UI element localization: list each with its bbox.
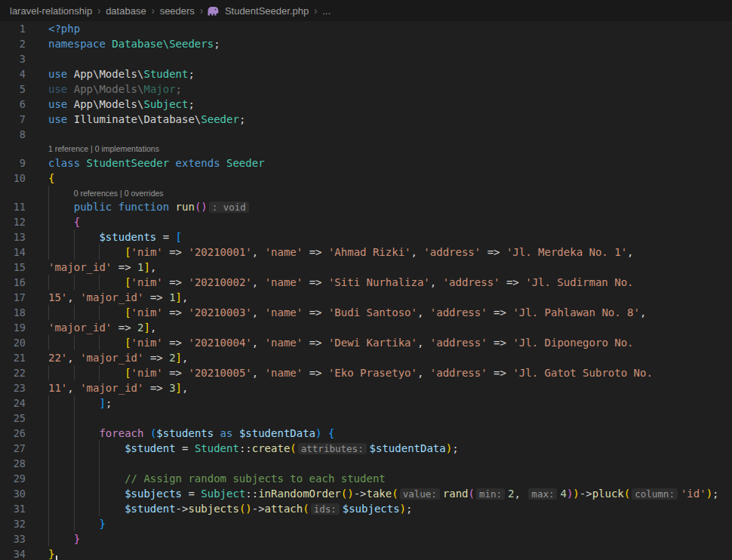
code-line-content[interactable] bbox=[48, 456, 732, 471]
code-editor[interactable]: 1<?php2namespace Database\Seeders;34use … bbox=[0, 21, 732, 560]
code-line-content[interactable]: class StudentSeeder extends Seeder bbox=[48, 155, 732, 171]
codelens-text[interactable]: 0 references | 0 overrides bbox=[48, 186, 732, 199]
line-number[interactable]: 28 bbox=[0, 456, 26, 471]
code-line-content[interactable]: // Assign random subjects to each studen… bbox=[48, 471, 732, 486]
line-number[interactable]: 15 bbox=[0, 260, 26, 275]
code-line-content[interactable]: } bbox=[48, 531, 732, 546]
code-line-content[interactable]: ['nim' => '20210003', 'name' => 'Budi Sa… bbox=[48, 305, 732, 320]
line-number[interactable]: 14 bbox=[0, 245, 26, 260]
line-number[interactable]: 10 bbox=[0, 171, 26, 186]
line-number[interactable]: 16 bbox=[0, 275, 26, 290]
line-number[interactable]: 3 bbox=[0, 51, 26, 66]
indent-guide bbox=[74, 365, 75, 380]
code-tokens: use App\Models\Student; bbox=[48, 68, 195, 80]
code-line: 4use App\Models\Student; bbox=[0, 66, 732, 82]
line-number[interactable]: 8 bbox=[0, 127, 26, 142]
code-line-content[interactable]: use App\Models\Major; bbox=[48, 82, 732, 97]
code-line-content[interactable] bbox=[48, 127, 732, 142]
token-pun: , bbox=[182, 291, 188, 303]
token-str: 'Ahmad Rizki' bbox=[328, 246, 411, 258]
breadcrumb-label: ... bbox=[321, 5, 332, 17]
code-line-content[interactable]: ['nim' => '20210002', 'name' => 'Siti Nu… bbox=[48, 275, 732, 290]
line-number[interactable]: 4 bbox=[0, 66, 26, 82]
line-number[interactable]: 21 bbox=[0, 350, 26, 365]
code-line-content[interactable]: 'major_id' => 2], bbox=[48, 320, 732, 335]
line-number[interactable]: 12 bbox=[0, 214, 26, 229]
token-str: 'nim' bbox=[131, 337, 163, 349]
codelens-link[interactable]: 1 reference | 0 implementations bbox=[48, 144, 159, 153]
code-line-content[interactable]: $student->subjects()->attach(ids:$subjec… bbox=[48, 501, 732, 516]
code-line-content[interactable]: 15', 'major_id' => 1], bbox=[48, 290, 732, 305]
line-number[interactable]: 7 bbox=[0, 112, 26, 127]
line-number[interactable]: 30 bbox=[0, 486, 26, 501]
token-str: 'name' bbox=[265, 337, 303, 349]
codelens-text[interactable]: 1 reference | 0 implementations bbox=[48, 142, 732, 155]
code-line-content[interactable]: ['nim' => '20210005', 'name' => 'Eko Pra… bbox=[48, 365, 732, 380]
token-var: $student bbox=[125, 503, 175, 515]
code-line-content[interactable]: $students = [ bbox=[48, 229, 732, 245]
line-number[interactable]: 29 bbox=[0, 471, 26, 486]
code-line-content[interactable]: ['nim' => '20210004', 'name' => 'Dewi Ka… bbox=[48, 335, 732, 350]
token-pun: , bbox=[417, 337, 430, 349]
token-b1: ] bbox=[143, 322, 149, 334]
code-line-content[interactable]: $student = Student::create(attributes:$s… bbox=[48, 441, 732, 456]
code-line-content[interactable]: use App\Models\Student; bbox=[48, 66, 732, 82]
token-str: 'address' bbox=[430, 367, 487, 379]
line-number[interactable]: 31 bbox=[0, 501, 26, 516]
code-line-content[interactable]: namespace Database\Seeders; bbox=[48, 36, 732, 51]
breadcrumb-item--[interactable]: ... bbox=[321, 5, 332, 17]
token-b1: ( bbox=[303, 503, 309, 515]
code-line-content[interactable]: <?php bbox=[48, 21, 732, 36]
token-pun: ; bbox=[214, 38, 220, 50]
code-line-content[interactable]: use App\Models\Subject; bbox=[48, 97, 732, 112]
line-number[interactable]: 24 bbox=[0, 395, 26, 411]
token-fn: inRandomOrder bbox=[258, 488, 341, 500]
code-line-content[interactable]: use Illuminate\Database\Seeder; bbox=[48, 112, 732, 127]
token-pun: , bbox=[430, 276, 443, 288]
line-number[interactable]: 32 bbox=[0, 516, 26, 531]
code-line: 2311', 'major_id' => 3], bbox=[0, 380, 732, 395]
code-line-content[interactable]: ]; bbox=[48, 395, 732, 411]
code-tokens: } bbox=[48, 518, 106, 530]
code-line-content[interactable]: 22', 'major_id' => 2], bbox=[48, 350, 732, 365]
line-number[interactable]: 25 bbox=[0, 411, 26, 426]
code-line-content[interactable]: public function run(): void bbox=[48, 199, 732, 214]
code-line-content[interactable]: } bbox=[48, 546, 732, 560]
line-number[interactable]: 11 bbox=[0, 199, 26, 214]
inlay-hint: attributes: bbox=[298, 443, 367, 454]
code-line-content[interactable]: { bbox=[48, 171, 732, 186]
line-number[interactable]: 13 bbox=[0, 229, 26, 245]
line-number[interactable]: 34 bbox=[0, 546, 26, 560]
line-number[interactable]: 17 bbox=[0, 290, 26, 305]
line-number[interactable]: 6 bbox=[0, 97, 26, 112]
code-line-content[interactable]: } bbox=[48, 516, 732, 531]
line-number[interactable]: 9 bbox=[0, 155, 26, 171]
code-line-content[interactable]: foreach ($students as $studentData) { bbox=[48, 426, 732, 441]
token-pun: => bbox=[303, 367, 328, 379]
line-number[interactable]: 5 bbox=[0, 82, 26, 97]
breadcrumb-item-database[interactable]: database bbox=[104, 5, 148, 17]
line-number[interactable]: 1 bbox=[0, 21, 26, 36]
line-number[interactable]: 27 bbox=[0, 441, 26, 456]
line-number[interactable]: 20 bbox=[0, 335, 26, 350]
breadcrumb-item-laravel-relationship[interactable]: laravel-relationship bbox=[8, 5, 94, 17]
code-line-content[interactable]: { bbox=[48, 214, 732, 229]
code-line-content[interactable]: ['nim' => '20210001', 'name' => 'Ahmad R… bbox=[48, 245, 732, 260]
line-number[interactable]: 22 bbox=[0, 365, 26, 380]
indent-guide bbox=[74, 335, 75, 350]
line-number[interactable]: 19 bbox=[0, 320, 26, 335]
line-number[interactable]: 26 bbox=[0, 426, 26, 441]
line-number[interactable]: 33 bbox=[0, 531, 26, 546]
line-number[interactable]: 18 bbox=[0, 305, 26, 320]
code-tokens: namespace Database\Seeders; bbox=[48, 38, 220, 50]
line-number[interactable]: 2 bbox=[0, 36, 26, 51]
codelens-link[interactable]: 0 references | 0 overrides bbox=[74, 189, 164, 198]
code-line-content[interactable]: 'major_id' => 1], bbox=[48, 260, 732, 275]
breadcrumb-item-seeders[interactable]: seeders bbox=[158, 5, 196, 17]
code-line-content[interactable]: 11', 'major_id' => 3], bbox=[48, 380, 732, 395]
code-line-content[interactable]: $subjects = Subject::inRandomOrder()->ta… bbox=[48, 486, 732, 501]
line-number[interactable]: 23 bbox=[0, 380, 26, 395]
breadcrumb-item-studentseeder-php[interactable]: StudentSeeder.php bbox=[207, 5, 310, 17]
code-line-content[interactable] bbox=[48, 51, 732, 66]
code-line-content[interactable] bbox=[48, 411, 732, 426]
